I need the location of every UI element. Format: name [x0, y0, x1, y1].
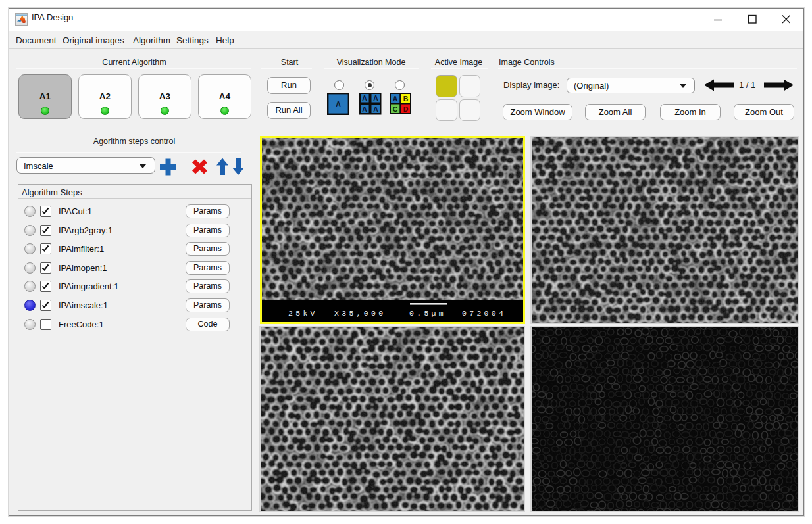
- svg-text:C: C: [393, 105, 398, 113]
- svg-text:A: A: [362, 94, 367, 102]
- svg-text:A: A: [362, 105, 367, 113]
- svg-text:A: A: [373, 94, 378, 102]
- svg-text:0.5µm: 0.5µm: [409, 309, 446, 318]
- svg-text:072004: 072004: [462, 309, 506, 318]
- svg-text:B: B: [403, 95, 409, 103]
- svg-text:25kV: 25kV: [288, 309, 318, 318]
- svg-text:A: A: [393, 95, 398, 103]
- svg-text:X35,000: X35,000: [334, 309, 386, 318]
- svg-text:A: A: [373, 105, 378, 113]
- svg-text:D: D: [403, 105, 409, 113]
- svg-text:A: A: [336, 100, 341, 108]
